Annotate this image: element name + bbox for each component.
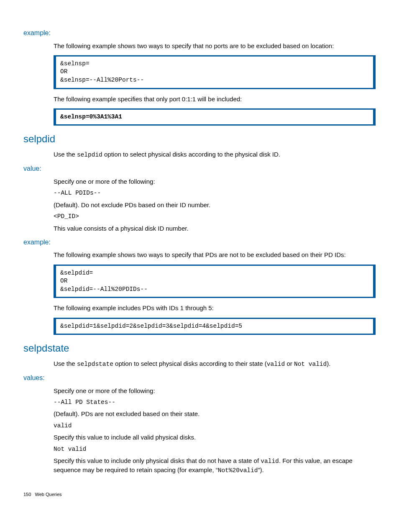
text-mid: option to select physical disks accordin…: [113, 360, 267, 367]
paragraph: The following example shows two ways to …: [54, 251, 376, 259]
text-mono: Not%20valid: [218, 467, 258, 474]
paragraph: Use the selpdstate option to select phys…: [54, 360, 376, 369]
text-pre: Specify this value to include only physi…: [54, 457, 261, 464]
mono-text: --All PD States--: [54, 398, 376, 407]
text-mono: Not valid: [294, 361, 327, 368]
page-footer: 150 Web Queries: [23, 491, 376, 498]
text-mono: valid: [261, 458, 279, 465]
text-post: option to select physical disks accordin…: [102, 151, 280, 158]
paragraph: The following example shows two ways to …: [54, 42, 376, 50]
text-post: ”).: [258, 466, 263, 473]
text-mono: selpdstate: [77, 361, 113, 368]
text-pre: Use the: [54, 151, 77, 158]
text-mid2: or: [285, 360, 294, 367]
paragraph: The following example includes PDs with …: [54, 304, 376, 312]
paragraph: (Default). Do not exclude PDs based on t…: [54, 201, 376, 209]
paragraph: Specify one or more of the following:: [54, 177, 376, 186]
code-block: &selpdid= OR &selpdid=--All%20PDIDs--: [54, 265, 376, 298]
heading-selpdstate: selpdstate: [23, 342, 376, 355]
heading-value: value:: [23, 164, 376, 173]
paragraph: Specify one or more of the following:: [54, 387, 376, 395]
paragraph: The following example specifies that onl…: [54, 95, 376, 103]
heading-example-1: example:: [23, 28, 376, 38]
paragraph: Specify this value to include all valid …: [54, 433, 376, 442]
paragraph: (Default). PDs are not excluded based on…: [54, 410, 376, 418]
code-block: &selpdid=1&selpdid=2&selpdid=3&selpdid=4…: [54, 318, 376, 335]
heading-values: values:: [23, 373, 376, 383]
text-mono: valid: [267, 361, 285, 368]
mono-text: --ALL PDIDs--: [54, 189, 376, 198]
paragraph: Use the selpdid option to select physica…: [54, 150, 376, 159]
heading-selpdid: selpdid: [23, 132, 376, 146]
paragraph: Specify this value to include only physi…: [54, 457, 376, 475]
footer-label: Web Queries: [35, 492, 62, 497]
text-mono: selpdid: [77, 152, 102, 158]
text-pre: Use the: [54, 360, 77, 367]
code-block: &selnsp=0%3A1%3A1: [54, 108, 376, 126]
page-number: 150: [23, 492, 31, 497]
mono-text: Not valid: [54, 445, 376, 454]
mono-text: valid: [54, 422, 376, 430]
paragraph: This value consists of a physical disk I…: [54, 224, 376, 233]
mono-text: <PD_ID>: [54, 213, 376, 221]
text-post: ).: [327, 360, 330, 367]
code-block: &selnsp= OR &selnsp=--All%20Ports--: [54, 55, 376, 89]
heading-example-2: example:: [23, 238, 376, 247]
